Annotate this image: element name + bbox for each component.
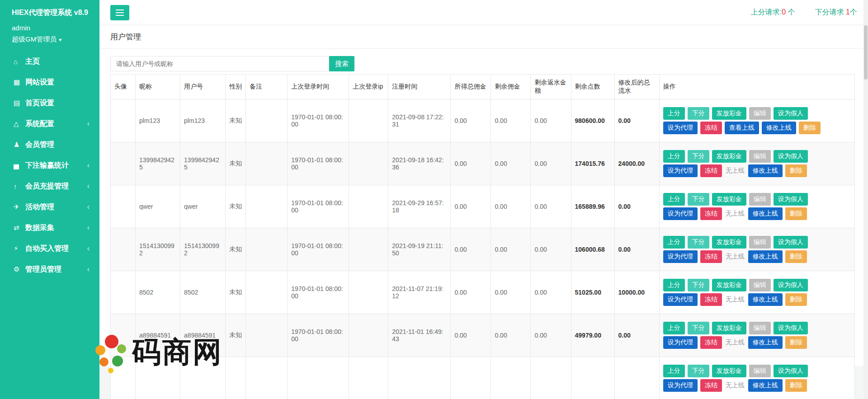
deduct-points-button[interactable]: 下分	[688, 365, 709, 377]
deduct-points-button[interactable]: 下分	[688, 107, 709, 120]
modify-upline-button[interactable]: 修改上线	[748, 336, 783, 349]
edit-button[interactable]: 编辑	[749, 279, 771, 291]
set-fake-user-button[interactable]: 设为假人	[774, 322, 808, 334]
edit-button[interactable]: 编辑	[749, 236, 771, 249]
edit-button[interactable]: 编辑	[749, 365, 771, 377]
sidebar-item-member-management[interactable]: ♟会员管理	[0, 134, 99, 155]
modify-upline-button[interactable]: 修改上线	[748, 164, 783, 177]
deduct-points-button[interactable]: 下分	[688, 279, 709, 291]
cell-remaining-rebate	[531, 357, 571, 399]
admin-role-dropdown[interactable]: 超级GM管理员▾	[0, 32, 99, 44]
sidebar-item-recharge-withdraw[interactable]: ↑会员充提管理‹	[0, 176, 99, 197]
set-agent-button[interactable]: 设为代理	[663, 379, 698, 392]
delete-button[interactable]: 删除	[785, 207, 807, 220]
table-row: 1514130099215141300992未知1970-01-01 08:00…	[111, 228, 855, 271]
edit-button[interactable]: 编辑	[749, 107, 771, 120]
set-fake-user-button[interactable]: 设为假人	[774, 150, 808, 163]
add-points-button[interactable]: 上分	[663, 107, 685, 120]
search-bar: 搜索	[110, 56, 857, 71]
edit-button[interactable]: 编辑	[749, 193, 771, 206]
down-requests-link[interactable]: 下分请求 1个	[815, 8, 857, 17]
add-points-button[interactable]: 上分	[663, 322, 685, 334]
sidebar-item-data-collection[interactable]: ⇄数据采集‹	[0, 217, 99, 238]
view-upline-button[interactable]: 查看上线	[725, 122, 759, 134]
add-points-button[interactable]: 上分	[663, 365, 685, 377]
freeze-button[interactable]: 冻结	[700, 336, 722, 349]
set-fake-user-button[interactable]: 设为假人	[774, 193, 808, 206]
grant-bonus-button[interactable]: 发放彩金	[712, 150, 746, 163]
sidebar-item-system-config[interactable]: △系统配置‹	[0, 113, 99, 134]
cell-gender: 未知	[226, 185, 246, 228]
delete-button[interactable]: 删除	[785, 164, 807, 177]
set-fake-user-button[interactable]: 设为假人	[774, 279, 808, 291]
cell-remark	[246, 228, 288, 271]
layout-icon: ▤	[14, 99, 25, 107]
deduct-points-button[interactable]: 下分	[688, 193, 709, 206]
set-agent-button[interactable]: 设为代理	[663, 293, 698, 306]
cell-remaining-points	[571, 357, 614, 399]
sidebar-item-homepage-settings[interactable]: ▤首页设置	[0, 93, 99, 113]
grant-bonus-button[interactable]: 发放彩金	[712, 107, 746, 120]
deduct-points-button[interactable]: 下分	[688, 322, 709, 334]
delete-button[interactable]: 删除	[785, 293, 807, 306]
add-points-button[interactable]: 上分	[663, 236, 685, 249]
modify-upline-button[interactable]: 修改上线	[748, 379, 783, 392]
up-requests-link[interactable]: 上分请求:0 个	[751, 8, 795, 17]
delete-button[interactable]: 删除	[785, 379, 807, 392]
edit-button[interactable]: 编辑	[749, 150, 771, 163]
set-agent-button[interactable]: 设为代理	[663, 207, 698, 220]
search-input[interactable]	[110, 56, 329, 71]
cell-nickname: 15141300992	[136, 228, 180, 271]
search-button[interactable]: 搜索	[329, 56, 354, 71]
grant-bonus-button[interactable]: 发放彩金	[712, 193, 746, 206]
scrollbar-thumb[interactable]	[864, 25, 868, 80]
flask-icon: △	[14, 120, 25, 128]
set-agent-button[interactable]: 设为代理	[663, 336, 698, 349]
grant-bonus-button[interactable]: 发放彩金	[712, 322, 746, 334]
sidebar-item-admin-management[interactable]: ⚙管理员管理‹	[0, 259, 99, 280]
set-agent-button[interactable]: 设为代理	[663, 250, 698, 263]
add-points-button[interactable]: 上分	[663, 150, 685, 163]
freeze-button[interactable]: 冻结	[700, 379, 722, 392]
set-agent-button[interactable]: 设为代理	[663, 122, 698, 134]
admin-role-label: 超级GM管理员	[12, 35, 57, 43]
cell-modified-flow: 0.00	[614, 314, 659, 357]
set-fake-user-button[interactable]: 设为假人	[774, 107, 808, 120]
action-line-1: 上分下分发放彩金编辑设为假人	[663, 236, 851, 249]
set-fake-user-button[interactable]: 设为假人	[774, 365, 808, 377]
modify-upline-button[interactable]: 修改上线	[748, 250, 783, 263]
grant-bonus-button[interactable]: 发放彩金	[712, 236, 746, 249]
sidebar-item-home[interactable]: ⌂主页	[0, 51, 99, 72]
set-agent-button[interactable]: 设为代理	[663, 164, 698, 177]
sidebar-item-bet-stats[interactable]: ▅下注输赢统计‹	[0, 155, 99, 176]
delete-button[interactable]: 删除	[785, 336, 807, 349]
freeze-button[interactable]: 冻结	[700, 122, 722, 134]
freeze-button[interactable]: 冻结	[700, 207, 722, 220]
edit-button[interactable]: 编辑	[749, 322, 771, 334]
deduct-points-button[interactable]: 下分	[688, 150, 709, 163]
freeze-button[interactable]: 冻结	[700, 293, 722, 306]
topbar-requests: 上分请求:0 个 下分请求 1个	[751, 8, 857, 17]
cell-last-login-ip	[349, 142, 388, 185]
delete-button[interactable]: 删除	[785, 250, 807, 263]
menu-toggle-button[interactable]	[110, 5, 129, 20]
modify-upline-button[interactable]: 修改上线	[762, 122, 796, 134]
modify-upline-button[interactable]: 修改上线	[748, 293, 783, 306]
delete-button[interactable]: 删除	[799, 122, 821, 134]
action-line-1: 上分下分发放彩金编辑设为假人	[663, 107, 851, 120]
cell-last-login-ip	[349, 228, 388, 271]
scrollbar[interactable]	[863, 0, 868, 399]
freeze-button[interactable]: 冻结	[700, 250, 722, 263]
add-points-button[interactable]: 上分	[663, 279, 685, 291]
sidebar-item-activity-management[interactable]: ✈活动管理‹	[0, 197, 99, 217]
modify-upline-button[interactable]: 修改上线	[748, 207, 783, 220]
action-line-2: 设为代理冻结无上线修改上线删除	[663, 379, 851, 392]
add-points-button[interactable]: 上分	[663, 193, 685, 206]
deduct-points-button[interactable]: 下分	[688, 236, 709, 249]
sidebar-item-site-settings[interactable]: ▦网站设置	[0, 72, 99, 93]
freeze-button[interactable]: 冻结	[700, 164, 722, 177]
sidebar-item-auto-buy[interactable]: ⚡自动买入管理‹	[0, 238, 99, 259]
grant-bonus-button[interactable]: 发放彩金	[712, 365, 746, 377]
grant-bonus-button[interactable]: 发放彩金	[712, 279, 746, 291]
set-fake-user-button[interactable]: 设为假人	[774, 236, 808, 249]
